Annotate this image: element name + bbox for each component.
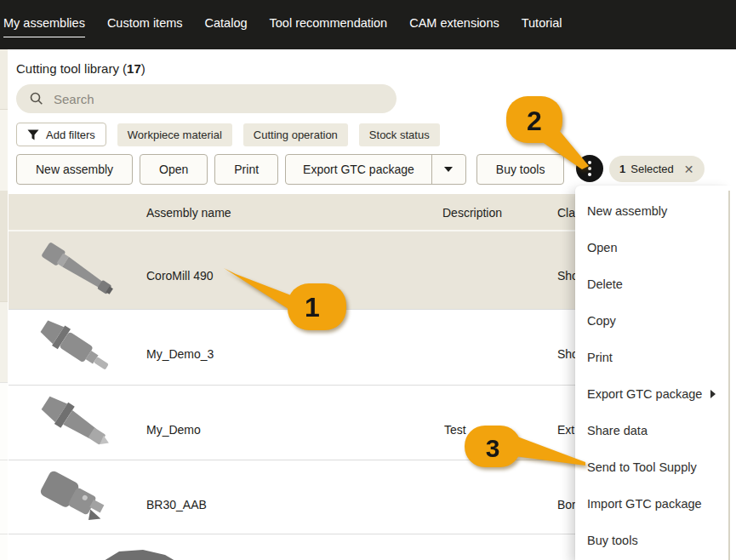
menu-item-buy-tools[interactable]: Buy tools bbox=[575, 522, 727, 558]
menu-item-import-gtc-package[interactable]: Import GTC package bbox=[575, 485, 727, 522]
export-gtc-split-button: Export GTC package bbox=[285, 154, 466, 185]
search-icon bbox=[30, 92, 43, 106]
tool-thumbnail-turning bbox=[32, 394, 130, 455]
chevron-down-icon bbox=[444, 167, 453, 172]
svg-text:2: 2 bbox=[527, 106, 542, 136]
menu-item-new-assembly[interactable]: New assembly bbox=[575, 192, 727, 229]
column-assembly-name[interactable]: Assembly name bbox=[146, 206, 231, 220]
menu-item-share-data[interactable]: Share data bbox=[575, 412, 727, 449]
nav-custom-items[interactable]: Custom items bbox=[107, 13, 183, 37]
menu-item-open[interactable]: Open bbox=[575, 229, 727, 266]
nav-my-assemblies[interactable]: My assemblies bbox=[3, 13, 85, 37]
search-input[interactable]: Search bbox=[16, 84, 397, 113]
search-placeholder: Search bbox=[54, 92, 94, 106]
filter-funnel-icon bbox=[27, 129, 39, 140]
more-actions-kebab-button[interactable] bbox=[576, 155, 603, 182]
column-class[interactable]: Cla bbox=[557, 206, 575, 220]
nav-cam-extensions[interactable]: CAM extensions bbox=[409, 13, 499, 37]
open-button[interactable]: Open bbox=[140, 154, 208, 185]
page-title: Cutting tool library (17) bbox=[16, 61, 145, 76]
buy-tools-button[interactable]: Buy tools bbox=[476, 154, 565, 185]
scrollbar-line bbox=[728, 191, 730, 560]
filter-chip-stock-status[interactable]: Stock status bbox=[359, 123, 440, 146]
left-panel-edge bbox=[0, 49, 8, 560]
action-toolbar: New assembly Open Print Export GTC packa… bbox=[16, 154, 564, 185]
menu-item-export-gtc-package[interactable]: Export GTC package bbox=[575, 375, 727, 412]
column-description[interactable]: Description bbox=[442, 206, 502, 220]
filter-chip-workpiece-material[interactable]: Workpiece material bbox=[117, 123, 232, 146]
menu-item-send-to-tool-supply[interactable]: Send to Tool Supply bbox=[575, 449, 727, 485]
kebab-dot bbox=[588, 173, 591, 176]
menu-item-copy[interactable]: Copy bbox=[575, 302, 727, 339]
print-button[interactable]: Print bbox=[214, 154, 278, 185]
selection-count: 1 bbox=[619, 163, 625, 175]
top-navigation-bar: My assemblies Custom items Catalog Tool … bbox=[0, 0, 736, 49]
menu-item-print[interactable]: Print bbox=[575, 339, 727, 375]
submenu-arrow-icon bbox=[710, 390, 716, 398]
kebab-dot bbox=[588, 167, 591, 170]
export-gtc-dropdown-toggle[interactable] bbox=[431, 155, 465, 184]
tool-thumbnail-boring bbox=[32, 469, 130, 530]
more-actions-menu: New assembly Open Delete Copy Print Expo… bbox=[575, 186, 727, 560]
export-gtc-button[interactable]: Export GTC package bbox=[286, 155, 431, 184]
kebab-dot bbox=[588, 161, 591, 164]
nav-catalog[interactable]: Catalog bbox=[205, 13, 248, 37]
add-filters-button[interactable]: Add filters bbox=[16, 123, 106, 146]
clear-selection-icon[interactable]: ✕ bbox=[684, 163, 694, 176]
filter-chip-cutting-operation[interactable]: Cutting operation bbox=[243, 123, 348, 146]
nav-tool-recommendation[interactable]: Tool recommendation bbox=[270, 13, 388, 37]
tool-thumbnail-mill bbox=[32, 240, 130, 301]
selection-label: Selected bbox=[630, 163, 674, 175]
filter-row: Add filters Workpiece material Cutting o… bbox=[16, 123, 440, 146]
tool-thumbnail-partial bbox=[94, 548, 196, 560]
nav-tutorial[interactable]: Tutorial bbox=[522, 13, 562, 37]
menu-item-delete[interactable]: Delete bbox=[575, 266, 727, 302]
selection-badge: 1 Selected ✕ bbox=[609, 156, 705, 182]
new-assembly-button[interactable]: New assembly bbox=[16, 154, 133, 185]
tool-thumbnail-holder bbox=[32, 318, 130, 380]
